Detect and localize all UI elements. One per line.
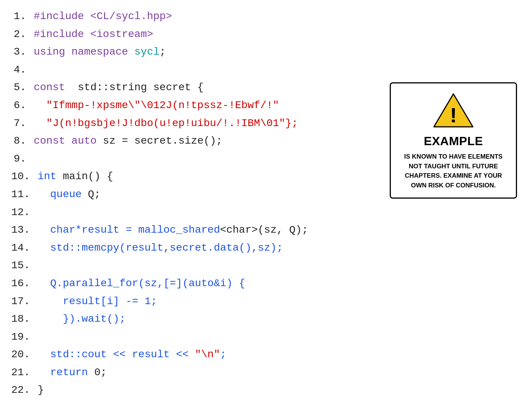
code-token: "J(n!bgsbje!J!dbo(u!ep!uibu/!.!IBM\01"}; (34, 117, 298, 129)
line-content: return 0; (37, 364, 521, 382)
code-token: std::cout << result << (37, 349, 195, 360)
line-number: 9. (11, 150, 34, 168)
code-line: 3.using namespace sycl; (11, 43, 521, 61)
line-number: 3. (11, 43, 34, 61)
code-token: <char>(sz, Q); (220, 224, 308, 236)
line-number: 8. (11, 132, 34, 150)
line-number: 10. (11, 168, 37, 186)
code-token: int (37, 171, 56, 182)
line-number: 6. (11, 97, 34, 114)
line-content: std::cout << result << "\n"; (37, 346, 521, 364)
code-line: 22.} (11, 381, 521, 399)
line-content: } (37, 381, 521, 399)
line-number: 19. (11, 328, 37, 346)
code-token: const (34, 82, 65, 93)
line-number: 17. (11, 293, 37, 310)
code-line: 19. (11, 328, 521, 346)
line-number: 20. (11, 346, 37, 364)
warning-box: ! EXAMPLE IS KNOWN TO HAVE ELEMENTS NOT … (390, 82, 517, 199)
code-token: <CL/sycl.hpp> (90, 10, 172, 22)
line-number: 18. (11, 310, 37, 328)
line-number: 1. (11, 7, 34, 25)
warning-title: EXAMPLE (424, 134, 483, 148)
code-line: 17. result[i] -= 1; (11, 293, 521, 310)
line-content: #include <iostream> (34, 25, 521, 43)
code-line: 21. return 0; (11, 364, 521, 382)
code-token: "Ifmmp-!xpsme\"\012J(n!tpssz-!Ebwf/!" (34, 100, 279, 111)
svg-text:!: ! (450, 103, 457, 127)
code-token: ; (220, 349, 227, 360)
code-line: 13. char*result = malloc_shared<char>(sz… (11, 221, 521, 239)
code-line: 18. }).wait(); (11, 310, 521, 328)
line-number: 14. (11, 239, 37, 257)
code-token: sz = secret.size(); (97, 135, 222, 147)
warning-body: IS KNOWN TO HAVE ELEMENTS NOT TAUGHT UNT… (398, 152, 508, 190)
line-number: 22. (11, 381, 37, 399)
code-token: secret { (147, 82, 203, 93)
code-token: "\n" (195, 349, 220, 360)
line-number: 12. (11, 204, 37, 221)
line-number: 4. (11, 61, 34, 79)
line-content: }).wait(); (37, 310, 521, 328)
warning-icon: ! (433, 92, 474, 128)
code-line: 15. (11, 257, 521, 275)
code-token: std::string (78, 82, 147, 93)
line-content: using namespace sycl; (34, 43, 521, 61)
code-token: #include (34, 10, 90, 22)
code-token: Q.parallel_for(sz,[=](auto&i) { (37, 278, 245, 289)
line-number: 21. (11, 364, 37, 382)
code-token: #include (34, 28, 90, 40)
line-number: 15. (11, 257, 37, 275)
code-token: const (34, 135, 65, 147)
line-number: 7. (11, 114, 34, 132)
line-content: char*result = malloc_shared<char>(sz, Q)… (37, 221, 521, 239)
code-token: sycl (134, 46, 159, 58)
code-token: } (37, 384, 44, 396)
code-token (65, 135, 72, 147)
code-token: char*result = malloc_shared (37, 224, 220, 236)
line-content: #include <CL/sycl.hpp> (34, 7, 521, 25)
code-line: 2.#include <iostream> (11, 25, 521, 43)
code-token: ; (159, 46, 166, 58)
code-token: main() { (57, 171, 113, 182)
line-number: 2. (11, 25, 34, 43)
code-line: 14. std::memcpy(result,secret.data(),sz)… (11, 239, 521, 257)
line-number: 13. (11, 221, 37, 239)
code-token: 0; (88, 367, 107, 378)
code-token: namespace (72, 46, 134, 58)
line-number: 5. (11, 79, 34, 97)
line-number: 11. (11, 186, 37, 204)
code-token: }).wait(); (37, 313, 125, 325)
code-token: using (34, 46, 72, 58)
line-content: result[i] -= 1; (37, 293, 521, 310)
code-token: queue (37, 189, 82, 200)
code-line: 16. Q.parallel_for(sz,[=](auto&i) { (11, 275, 521, 293)
line-content: std::memcpy(result,secret.data(),sz); (37, 239, 521, 257)
code-token: return (37, 367, 88, 378)
code-token: std::memcpy(result,secret.data(),sz); (37, 242, 283, 254)
code-line: 4. (11, 61, 521, 79)
line-content: Q.parallel_for(sz,[=](auto&i) { (37, 275, 521, 293)
code-token: result[i] -= 1; (37, 296, 157, 307)
code-token: <iostream> (90, 28, 153, 40)
code-token: Q; (82, 189, 100, 200)
line-number: 16. (11, 275, 37, 293)
code-line: 12. (11, 204, 521, 221)
code-token: auto (72, 135, 97, 147)
code-line: 1.#include <CL/sycl.hpp> (11, 7, 521, 25)
code-token (65, 82, 78, 93)
code-block: 1.#include <CL/sycl.hpp>2.#include <iost… (0, 0, 532, 407)
code-line: 20. std::cout << result << "\n"; (11, 346, 521, 364)
